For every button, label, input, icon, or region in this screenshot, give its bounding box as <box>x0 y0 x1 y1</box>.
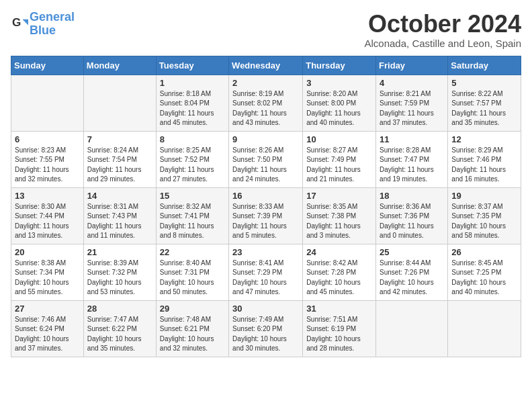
day-number: 30 <box>232 304 299 314</box>
calendar-cell <box>83 75 156 131</box>
day-number: 21 <box>87 247 152 257</box>
day-number: 20 <box>15 247 80 257</box>
day-info: Sunrise: 8:38 AM Sunset: 7:34 PM Dayligh… <box>15 259 80 298</box>
calendar-cell: 16Sunrise: 8:33 AM Sunset: 7:39 PM Dayli… <box>229 187 303 244</box>
calendar-cell: 13Sunrise: 8:30 AM Sunset: 7:44 PM Dayli… <box>11 187 84 244</box>
day-number: 11 <box>380 134 444 144</box>
calendar-cell: 25Sunrise: 8:44 AM Sunset: 7:26 PM Dayli… <box>376 244 448 300</box>
calendar-cell: 27Sunrise: 7:46 AM Sunset: 6:24 PM Dayli… <box>11 300 84 357</box>
day-number: 7 <box>87 134 152 144</box>
day-info: Sunrise: 8:28 AM Sunset: 7:47 PM Dayligh… <box>380 146 444 185</box>
calendar-week-row: 27Sunrise: 7:46 AM Sunset: 6:24 PM Dayli… <box>11 300 521 357</box>
day-info: Sunrise: 8:41 AM Sunset: 7:29 PM Dayligh… <box>232 259 299 298</box>
day-info: Sunrise: 7:51 AM Sunset: 6:19 PM Dayligh… <box>306 315 372 354</box>
day-info: Sunrise: 8:20 AM Sunset: 8:00 PM Dayligh… <box>306 89 372 128</box>
day-info: Sunrise: 8:32 AM Sunset: 7:41 PM Dayligh… <box>160 202 225 241</box>
day-info: Sunrise: 7:47 AM Sunset: 6:22 PM Dayligh… <box>87 315 152 354</box>
calendar-week-row: 1Sunrise: 8:18 AM Sunset: 8:04 PM Daylig… <box>11 75 521 131</box>
calendar-table: SundayMondayTuesdayWednesdayThursdayFrid… <box>11 56 521 357</box>
day-info: Sunrise: 8:45 AM Sunset: 7:25 PM Dayligh… <box>451 259 517 298</box>
calendar-cell: 28Sunrise: 7:47 AM Sunset: 6:22 PM Dayli… <box>83 300 156 357</box>
day-number: 9 <box>232 134 299 144</box>
day-info: Sunrise: 7:48 AM Sunset: 6:21 PM Dayligh… <box>160 315 225 354</box>
day-number: 4 <box>380 78 444 88</box>
day-number: 16 <box>232 191 299 201</box>
calendar-cell: 12Sunrise: 8:29 AM Sunset: 7:46 PM Dayli… <box>448 131 521 187</box>
col-header-saturday: Saturday <box>448 56 521 75</box>
col-header-sunday: Sunday <box>11 56 84 75</box>
calendar-week-row: 6Sunrise: 8:23 AM Sunset: 7:55 PM Daylig… <box>11 131 521 187</box>
day-number: 12 <box>451 134 517 144</box>
day-number: 27 <box>15 304 80 314</box>
calendar-cell: 7Sunrise: 8:24 AM Sunset: 7:54 PM Daylig… <box>83 131 156 187</box>
calendar-cell <box>11 75 84 131</box>
day-info: Sunrise: 8:23 AM Sunset: 7:55 PM Dayligh… <box>15 146 80 185</box>
day-number: 19 <box>451 191 517 201</box>
calendar-cell <box>376 300 448 357</box>
logo-text: General Blue <box>30 11 75 38</box>
logo-icon: G <box>12 15 28 31</box>
page-header: G General Blue October 2024 Alconada, Ca… <box>11 11 521 49</box>
calendar-cell: 22Sunrise: 8:40 AM Sunset: 7:31 PM Dayli… <box>156 244 228 300</box>
calendar-cell: 21Sunrise: 8:39 AM Sunset: 7:32 PM Dayli… <box>83 244 156 300</box>
calendar-cell: 18Sunrise: 8:36 AM Sunset: 7:36 PM Dayli… <box>376 187 448 244</box>
day-number: 8 <box>160 134 225 144</box>
day-number: 29 <box>160 304 225 314</box>
day-number: 26 <box>451 247 517 257</box>
calendar-cell: 23Sunrise: 8:41 AM Sunset: 7:29 PM Dayli… <box>229 244 303 300</box>
day-info: Sunrise: 8:31 AM Sunset: 7:43 PM Dayligh… <box>87 202 152 241</box>
calendar-week-row: 13Sunrise: 8:30 AM Sunset: 7:44 PM Dayli… <box>11 187 521 244</box>
day-info: Sunrise: 8:29 AM Sunset: 7:46 PM Dayligh… <box>451 146 517 185</box>
day-number: 13 <box>15 191 80 201</box>
day-info: Sunrise: 8:30 AM Sunset: 7:44 PM Dayligh… <box>15 202 80 241</box>
day-info: Sunrise: 8:24 AM Sunset: 7:54 PM Dayligh… <box>87 146 152 185</box>
day-info: Sunrise: 8:21 AM Sunset: 7:59 PM Dayligh… <box>380 89 444 128</box>
day-info: Sunrise: 8:42 AM Sunset: 7:28 PM Dayligh… <box>306 259 372 298</box>
day-info: Sunrise: 8:44 AM Sunset: 7:26 PM Dayligh… <box>380 259 444 298</box>
day-info: Sunrise: 8:39 AM Sunset: 7:32 PM Dayligh… <box>87 259 152 298</box>
calendar-cell: 19Sunrise: 8:37 AM Sunset: 7:35 PM Dayli… <box>448 187 521 244</box>
day-number: 5 <box>451 78 517 88</box>
col-header-tuesday: Tuesday <box>156 56 228 75</box>
day-number: 18 <box>380 191 444 201</box>
day-info: Sunrise: 7:49 AM Sunset: 6:20 PM Dayligh… <box>232 315 299 354</box>
day-number: 10 <box>306 134 372 144</box>
svg-marker-1 <box>22 19 28 26</box>
svg-text:G: G <box>12 15 21 29</box>
calendar-cell: 30Sunrise: 7:49 AM Sunset: 6:20 PM Dayli… <box>229 300 303 357</box>
calendar-cell: 6Sunrise: 8:23 AM Sunset: 7:55 PM Daylig… <box>11 131 84 187</box>
day-number: 31 <box>306 304 372 314</box>
calendar-week-row: 20Sunrise: 8:38 AM Sunset: 7:34 PM Dayli… <box>11 244 521 300</box>
col-header-monday: Monday <box>83 56 156 75</box>
day-number: 17 <box>306 191 372 201</box>
title-block: October 2024 Alconada, Castille and Leon… <box>365 11 522 49</box>
day-number: 24 <box>306 247 372 257</box>
logo: G General Blue <box>11 11 75 38</box>
calendar-cell <box>448 300 521 357</box>
day-info: Sunrise: 8:37 AM Sunset: 7:35 PM Dayligh… <box>451 202 517 241</box>
calendar-cell: 24Sunrise: 8:42 AM Sunset: 7:28 PM Dayli… <box>303 244 376 300</box>
calendar-cell: 26Sunrise: 8:45 AM Sunset: 7:25 PM Dayli… <box>448 244 521 300</box>
day-info: Sunrise: 8:18 AM Sunset: 8:04 PM Dayligh… <box>160 89 225 128</box>
day-info: Sunrise: 8:25 AM Sunset: 7:52 PM Dayligh… <box>160 146 225 185</box>
day-info: Sunrise: 8:26 AM Sunset: 7:50 PM Dayligh… <box>232 146 299 185</box>
day-number: 6 <box>15 134 80 144</box>
calendar-cell: 31Sunrise: 7:51 AM Sunset: 6:19 PM Dayli… <box>303 300 376 357</box>
day-number: 23 <box>232 247 299 257</box>
day-info: Sunrise: 8:27 AM Sunset: 7:49 PM Dayligh… <box>306 146 372 185</box>
col-header-wednesday: Wednesday <box>229 56 303 75</box>
calendar-cell: 2Sunrise: 8:19 AM Sunset: 8:02 PM Daylig… <box>229 75 303 131</box>
day-info: Sunrise: 8:40 AM Sunset: 7:31 PM Dayligh… <box>160 259 225 298</box>
day-info: Sunrise: 8:22 AM Sunset: 7:57 PM Dayligh… <box>451 89 517 128</box>
calendar-cell: 4Sunrise: 8:21 AM Sunset: 7:59 PM Daylig… <box>376 75 448 131</box>
calendar-cell: 9Sunrise: 8:26 AM Sunset: 7:50 PM Daylig… <box>229 131 303 187</box>
calendar-header-row: SundayMondayTuesdayWednesdayThursdayFrid… <box>11 56 521 75</box>
day-number: 2 <box>232 78 299 88</box>
col-header-thursday: Thursday <box>303 56 376 75</box>
calendar-cell: 5Sunrise: 8:22 AM Sunset: 7:57 PM Daylig… <box>448 75 521 131</box>
day-number: 14 <box>87 191 152 201</box>
calendar-cell: 14Sunrise: 8:31 AM Sunset: 7:43 PM Dayli… <box>83 187 156 244</box>
day-number: 1 <box>160 78 225 88</box>
month-title: October 2024 <box>365 11 522 38</box>
day-info: Sunrise: 8:35 AM Sunset: 7:38 PM Dayligh… <box>306 202 372 241</box>
